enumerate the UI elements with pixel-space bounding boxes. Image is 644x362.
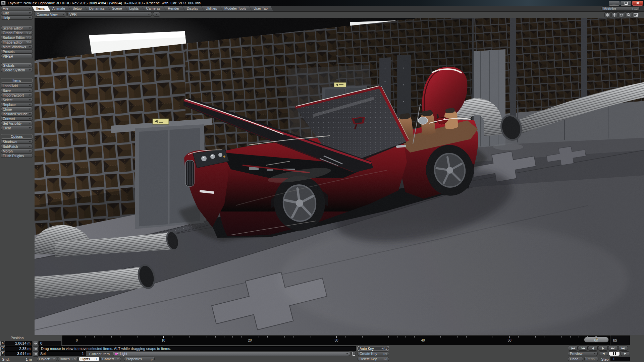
sidebar-item-surface-editor[interactable]: Surface Editor^F3 xyxy=(1,35,33,40)
tab-setup[interactable]: Setup xyxy=(68,6,87,11)
timeline-ruler[interactable]: 60 0102030405060 xyxy=(62,336,610,345)
chevron-down-icon xyxy=(29,12,31,14)
sidebar-item-graph-editor[interactable]: Graph Editor^F2 xyxy=(1,31,33,35)
items-section-header: Items xyxy=(1,78,33,83)
sidebar-item-select[interactable]: Select xyxy=(1,98,33,102)
tab-items[interactable]: Items xyxy=(32,6,51,11)
chevron-down-icon xyxy=(29,90,31,91)
close-button[interactable] xyxy=(632,1,643,6)
sidebar-item-viper[interactable]: VIPER xyxy=(1,54,33,58)
step-field[interactable]: 1 xyxy=(610,357,630,361)
sidebar-item-load-add[interactable]: Load/Add xyxy=(1,83,33,88)
move-view-icon xyxy=(612,13,617,17)
minimize-button[interactable] xyxy=(609,1,620,6)
tab-lights[interactable]: Lights xyxy=(125,6,145,11)
item-properties-mini-button[interactable] xyxy=(352,351,356,356)
modeler-button[interactable]: Modeler F12 xyxy=(601,6,640,11)
chevron-down-icon xyxy=(29,65,31,66)
current-frame-field[interactable]: 0 xyxy=(39,341,61,346)
left-arrow-icon xyxy=(34,348,36,350)
preview-dropdown[interactable]: Preview xyxy=(568,351,598,356)
step-forward-button[interactable]: ||▶ xyxy=(598,346,608,351)
tab-utilities[interactable]: Utilities xyxy=(201,6,223,11)
file-menu[interactable]: File xyxy=(1,6,33,10)
axis-z-button[interactable]: Z xyxy=(0,351,5,356)
y-nudge-control[interactable] xyxy=(33,346,39,352)
sidebar-item-image-editor[interactable]: Image Editor^F4 xyxy=(1,40,33,44)
redo-button[interactable]: Redo xyxy=(584,357,598,361)
sidebar-item-import-export[interactable]: Import/Export xyxy=(1,93,33,97)
sidebar-item-flush-plugins[interactable]: Flush Plugins xyxy=(1,154,33,158)
restore-button[interactable] xyxy=(621,1,631,6)
sidebar-item-scene-editor[interactable]: Scene Editor xyxy=(1,26,33,30)
rotate-view-button[interactable] xyxy=(619,12,625,17)
auto-key-button[interactable]: Auto Key+F1 xyxy=(358,346,389,351)
sidebar-item-clone[interactable]: Clone xyxy=(1,107,33,111)
zoom-view-button[interactable] xyxy=(626,12,632,17)
zoom-view-icon xyxy=(627,13,631,17)
tab-animate[interactable]: Animate xyxy=(48,6,71,11)
right-arrow-icon xyxy=(36,348,37,350)
render-mode-dropdown[interactable]: VPR xyxy=(67,12,152,17)
chevron-down-icon xyxy=(29,95,31,96)
sidebar-item-presets[interactable]: Presets xyxy=(1,49,33,54)
viewport-options-dropdown[interactable] xyxy=(153,12,160,17)
next-keyframe-button[interactable]: ▶▶+ xyxy=(608,346,618,351)
current-item-dropdown[interactable]: Light xyxy=(113,351,350,356)
step-label: Step xyxy=(601,357,609,361)
axis-x-button[interactable]: X xyxy=(0,341,5,346)
left-arrow-icon xyxy=(34,343,36,345)
viewport-canvas[interactable] xyxy=(35,18,644,335)
position-y-field[interactable]: 2.38 m xyxy=(5,346,32,351)
help-menu[interactable]: Help xyxy=(1,15,33,20)
play-forward-button[interactable]: ▶ xyxy=(621,351,630,356)
sidebar-item-clear[interactable]: Clear xyxy=(1,126,33,130)
edit-menu[interactable]: Edit xyxy=(1,11,33,15)
position-label: Position xyxy=(2,336,32,340)
properties-button[interactable]: Propertiesp xyxy=(124,357,155,361)
tab-display[interactable]: Display xyxy=(182,6,204,11)
tab-cameras[interactable]: Cameras xyxy=(142,6,166,11)
tab-scene[interactable]: Scene xyxy=(108,6,128,11)
pan-view-button[interactable] xyxy=(604,12,611,17)
tab-dynamics[interactable]: Dynamics xyxy=(85,6,110,11)
x-nudge-control[interactable] xyxy=(33,341,39,346)
tab-render[interactable]: Render xyxy=(163,6,185,11)
go-to-end-button[interactable]: ▶▶| xyxy=(618,346,628,351)
delete-key-button[interactable]: Delete Keydel xyxy=(358,357,389,361)
tab-modeler-tools[interactable]: Modeler Tools xyxy=(220,6,252,11)
sidebar-item-replace[interactable]: Replace xyxy=(1,102,33,107)
position-z-field[interactable]: 3.914 m xyxy=(5,351,32,356)
objects-mode-button[interactable]: Objects+O xyxy=(37,357,57,361)
z-nudge-control[interactable] xyxy=(33,351,39,357)
go-to-start-button[interactable]: |◀◀ xyxy=(568,346,578,351)
cameras-mode-button[interactable]: Cameras+C xyxy=(100,357,121,361)
move-view-button[interactable] xyxy=(611,12,618,17)
sidebar-item-morph[interactable]: Morph xyxy=(1,149,33,153)
position-x-field[interactable]: 2.8614 m xyxy=(5,341,32,346)
maximize-viewport-button[interactable] xyxy=(633,12,639,17)
sidebar-item-convert[interactable]: Convert xyxy=(1,116,33,121)
sidebar-item-set-visibility[interactable]: Set Visibility xyxy=(1,121,33,125)
sidebar-item-include-exclude[interactable]: Include/Exclude xyxy=(1,112,33,116)
chevron-down-icon xyxy=(29,109,31,110)
view-mode-dropdown[interactable]: Camera View xyxy=(35,12,66,17)
sidebar-item-shadows[interactable]: Shadows xyxy=(1,139,33,144)
sidebar-item-subpatch[interactable]: SubPatch xyxy=(1,144,33,148)
prev-keyframe-button[interactable]: +◀◀ xyxy=(578,346,588,351)
pause-button[interactable] xyxy=(609,351,620,356)
end-frame-field[interactable]: 60 xyxy=(610,336,630,345)
sidebar-item-coord-system[interactable]: Coord System xyxy=(1,68,33,72)
sidebar-item-save[interactable]: Save xyxy=(1,88,33,93)
play-reverse-button[interactable]: ◀ xyxy=(599,351,608,356)
lights-mode-button[interactable]: Lights+L xyxy=(78,357,100,361)
tab-user-tab[interactable]: User Tab xyxy=(249,6,273,11)
create-key-button[interactable]: Create Keyret xyxy=(358,351,389,356)
undo-button[interactable]: Undou xyxy=(568,357,583,361)
axis-y-button[interactable]: Y xyxy=(0,346,5,351)
chevron-down-icon xyxy=(29,150,31,152)
bones-mode-button[interactable]: Bones+B xyxy=(58,357,78,361)
sidebar-item-more-windows[interactable]: More Windows xyxy=(1,45,33,49)
sidebar-item-globals[interactable]: Globals xyxy=(1,63,33,67)
step-back-button[interactable]: ◀|| xyxy=(588,346,598,351)
